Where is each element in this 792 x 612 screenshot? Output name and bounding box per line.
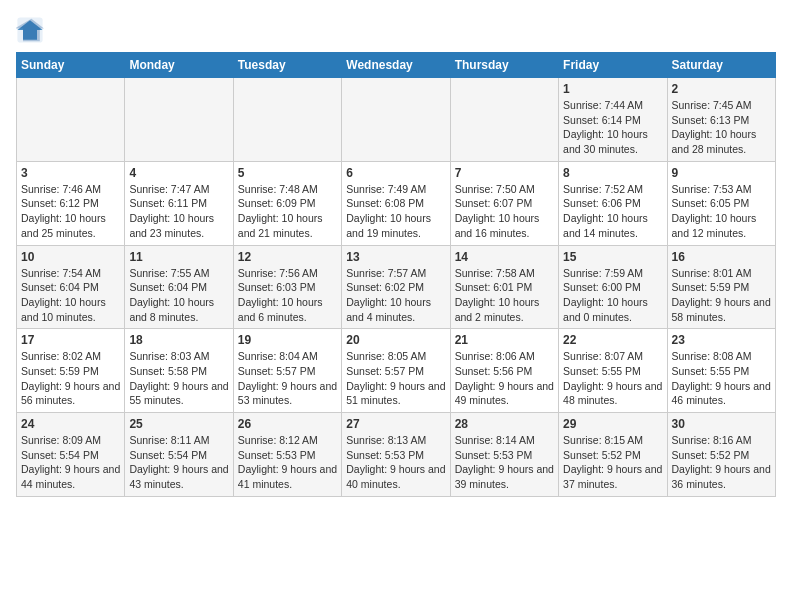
day-number: 11 [129,250,228,264]
day-info: Sunrise: 7:48 AM Sunset: 6:09 PM Dayligh… [238,182,337,241]
calendar-cell: 23Sunrise: 8:08 AM Sunset: 5:55 PM Dayli… [667,329,775,413]
calendar-header-saturday: Saturday [667,53,775,78]
day-info: Sunrise: 7:50 AM Sunset: 6:07 PM Dayligh… [455,182,554,241]
day-number: 16 [672,250,771,264]
day-number: 4 [129,166,228,180]
calendar-week-row: 1Sunrise: 7:44 AM Sunset: 6:14 PM Daylig… [17,78,776,162]
calendar-week-row: 24Sunrise: 8:09 AM Sunset: 5:54 PM Dayli… [17,413,776,497]
day-number: 23 [672,333,771,347]
calendar-cell: 27Sunrise: 8:13 AM Sunset: 5:53 PM Dayli… [342,413,450,497]
day-info: Sunrise: 7:56 AM Sunset: 6:03 PM Dayligh… [238,266,337,325]
calendar-cell: 16Sunrise: 8:01 AM Sunset: 5:59 PM Dayli… [667,245,775,329]
day-number: 9 [672,166,771,180]
day-info: Sunrise: 7:58 AM Sunset: 6:01 PM Dayligh… [455,266,554,325]
calendar-header-tuesday: Tuesday [233,53,341,78]
day-info: Sunrise: 8:07 AM Sunset: 5:55 PM Dayligh… [563,349,662,408]
day-number: 17 [21,333,120,347]
page-header [16,16,776,44]
day-number: 29 [563,417,662,431]
calendar-cell: 24Sunrise: 8:09 AM Sunset: 5:54 PM Dayli… [17,413,125,497]
day-number: 14 [455,250,554,264]
day-number: 15 [563,250,662,264]
day-info: Sunrise: 7:52 AM Sunset: 6:06 PM Dayligh… [563,182,662,241]
day-number: 30 [672,417,771,431]
day-info: Sunrise: 8:02 AM Sunset: 5:59 PM Dayligh… [21,349,120,408]
day-info: Sunrise: 8:14 AM Sunset: 5:53 PM Dayligh… [455,433,554,492]
day-info: Sunrise: 7:45 AM Sunset: 6:13 PM Dayligh… [672,98,771,157]
day-number: 1 [563,82,662,96]
day-info: Sunrise: 8:12 AM Sunset: 5:53 PM Dayligh… [238,433,337,492]
calendar-cell [125,78,233,162]
day-info: Sunrise: 7:59 AM Sunset: 6:00 PM Dayligh… [563,266,662,325]
day-info: Sunrise: 8:13 AM Sunset: 5:53 PM Dayligh… [346,433,445,492]
day-info: Sunrise: 8:05 AM Sunset: 5:57 PM Dayligh… [346,349,445,408]
logo-icon [16,16,44,44]
day-number: 28 [455,417,554,431]
day-number: 27 [346,417,445,431]
day-number: 24 [21,417,120,431]
calendar-week-row: 10Sunrise: 7:54 AM Sunset: 6:04 PM Dayli… [17,245,776,329]
calendar-cell [450,78,558,162]
day-info: Sunrise: 7:44 AM Sunset: 6:14 PM Dayligh… [563,98,662,157]
calendar-cell [233,78,341,162]
calendar-header-wednesday: Wednesday [342,53,450,78]
calendar-cell: 7Sunrise: 7:50 AM Sunset: 6:07 PM Daylig… [450,161,558,245]
day-number: 26 [238,417,337,431]
calendar-week-row: 3Sunrise: 7:46 AM Sunset: 6:12 PM Daylig… [17,161,776,245]
calendar-cell: 4Sunrise: 7:47 AM Sunset: 6:11 PM Daylig… [125,161,233,245]
day-info: Sunrise: 8:11 AM Sunset: 5:54 PM Dayligh… [129,433,228,492]
calendar-header-friday: Friday [559,53,667,78]
day-info: Sunrise: 7:54 AM Sunset: 6:04 PM Dayligh… [21,266,120,325]
day-info: Sunrise: 8:08 AM Sunset: 5:55 PM Dayligh… [672,349,771,408]
day-info: Sunrise: 7:53 AM Sunset: 6:05 PM Dayligh… [672,182,771,241]
calendar-week-row: 17Sunrise: 8:02 AM Sunset: 5:59 PM Dayli… [17,329,776,413]
calendar-cell: 8Sunrise: 7:52 AM Sunset: 6:06 PM Daylig… [559,161,667,245]
calendar-cell: 6Sunrise: 7:49 AM Sunset: 6:08 PM Daylig… [342,161,450,245]
calendar-cell: 5Sunrise: 7:48 AM Sunset: 6:09 PM Daylig… [233,161,341,245]
day-info: Sunrise: 8:09 AM Sunset: 5:54 PM Dayligh… [21,433,120,492]
day-number: 22 [563,333,662,347]
calendar-cell: 15Sunrise: 7:59 AM Sunset: 6:00 PM Dayli… [559,245,667,329]
day-info: Sunrise: 7:49 AM Sunset: 6:08 PM Dayligh… [346,182,445,241]
calendar-header-thursday: Thursday [450,53,558,78]
calendar-cell: 10Sunrise: 7:54 AM Sunset: 6:04 PM Dayli… [17,245,125,329]
calendar-cell: 29Sunrise: 8:15 AM Sunset: 5:52 PM Dayli… [559,413,667,497]
day-number: 2 [672,82,771,96]
calendar-header-sunday: Sunday [17,53,125,78]
calendar-header-monday: Monday [125,53,233,78]
calendar-cell: 25Sunrise: 8:11 AM Sunset: 5:54 PM Dayli… [125,413,233,497]
calendar-cell: 9Sunrise: 7:53 AM Sunset: 6:05 PM Daylig… [667,161,775,245]
day-info: Sunrise: 8:06 AM Sunset: 5:56 PM Dayligh… [455,349,554,408]
calendar-header-row: SundayMondayTuesdayWednesdayThursdayFrid… [17,53,776,78]
day-number: 8 [563,166,662,180]
calendar-cell: 13Sunrise: 7:57 AM Sunset: 6:02 PM Dayli… [342,245,450,329]
calendar-cell: 2Sunrise: 7:45 AM Sunset: 6:13 PM Daylig… [667,78,775,162]
day-info: Sunrise: 7:46 AM Sunset: 6:12 PM Dayligh… [21,182,120,241]
calendar-cell: 18Sunrise: 8:03 AM Sunset: 5:58 PM Dayli… [125,329,233,413]
calendar-cell: 11Sunrise: 7:55 AM Sunset: 6:04 PM Dayli… [125,245,233,329]
calendar-cell: 3Sunrise: 7:46 AM Sunset: 6:12 PM Daylig… [17,161,125,245]
day-number: 21 [455,333,554,347]
calendar-cell: 17Sunrise: 8:02 AM Sunset: 5:59 PM Dayli… [17,329,125,413]
logo [16,16,48,44]
day-number: 10 [21,250,120,264]
day-number: 18 [129,333,228,347]
day-info: Sunrise: 7:57 AM Sunset: 6:02 PM Dayligh… [346,266,445,325]
day-info: Sunrise: 8:15 AM Sunset: 5:52 PM Dayligh… [563,433,662,492]
calendar-cell: 1Sunrise: 7:44 AM Sunset: 6:14 PM Daylig… [559,78,667,162]
day-number: 6 [346,166,445,180]
calendar-cell: 19Sunrise: 8:04 AM Sunset: 5:57 PM Dayli… [233,329,341,413]
calendar-cell: 21Sunrise: 8:06 AM Sunset: 5:56 PM Dayli… [450,329,558,413]
calendar-cell: 20Sunrise: 8:05 AM Sunset: 5:57 PM Dayli… [342,329,450,413]
calendar-cell: 28Sunrise: 8:14 AM Sunset: 5:53 PM Dayli… [450,413,558,497]
calendar-cell: 22Sunrise: 8:07 AM Sunset: 5:55 PM Dayli… [559,329,667,413]
day-info: Sunrise: 8:01 AM Sunset: 5:59 PM Dayligh… [672,266,771,325]
day-info: Sunrise: 8:04 AM Sunset: 5:57 PM Dayligh… [238,349,337,408]
day-info: Sunrise: 7:47 AM Sunset: 6:11 PM Dayligh… [129,182,228,241]
day-number: 5 [238,166,337,180]
day-info: Sunrise: 8:03 AM Sunset: 5:58 PM Dayligh… [129,349,228,408]
day-number: 3 [21,166,120,180]
calendar-table: SundayMondayTuesdayWednesdayThursdayFrid… [16,52,776,497]
day-number: 12 [238,250,337,264]
day-info: Sunrise: 8:16 AM Sunset: 5:52 PM Dayligh… [672,433,771,492]
